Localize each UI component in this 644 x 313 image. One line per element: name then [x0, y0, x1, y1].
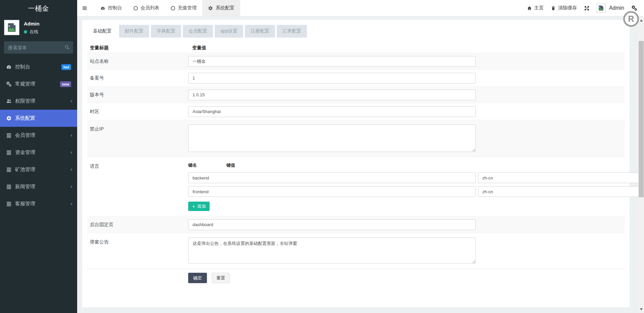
config-form: 变量标题 变量值 站点名称 备案号 版本号 时区 禁止IP — [87, 43, 625, 288]
user-menu[interactable]: Admin — [597, 4, 624, 13]
lang-value-input[interactable] — [478, 172, 638, 183]
kv-row — [188, 172, 638, 183]
navbar-username: Admin — [609, 5, 624, 11]
chevron-left-icon: ‹ — [70, 132, 72, 139]
timezone-input[interactable] — [188, 106, 476, 117]
version-input[interactable] — [188, 90, 476, 100]
sidebar-item-service[interactable]: 客服管理 ‹ — [0, 195, 77, 212]
sidebar-item-general[interactable]: 常规管理 new — [0, 75, 77, 93]
lang-key-input[interactable] — [188, 186, 476, 197]
trash-icon — [551, 6, 556, 11]
registered-logo: R — [623, 11, 639, 27]
sidebar: 一桶金 Admin 在线 控制台 hot 常规管理 new 权限 — [0, 0, 77, 313]
broken-image-icon — [6, 22, 17, 33]
plus-icon — [192, 205, 196, 208]
tab-mail-config[interactable]: 邮件配置 — [119, 25, 149, 38]
clear-cache-button[interactable]: 清除缓存 — [551, 5, 577, 11]
config-tabs: 基础配置 邮件配置 字典配置 会员配置 app设置 注册配置 汇率配置 — [87, 25, 625, 38]
avatar — [4, 20, 19, 35]
open-tabs: 控制台 会员列表 充值管理 系统配置 — [95, 0, 240, 16]
chevron-left-icon: ‹ — [70, 200, 72, 207]
gears-icon[interactable] — [631, 5, 637, 11]
tab-sysconfig[interactable]: 系统配置 — [202, 0, 240, 16]
list-icon — [6, 167, 12, 172]
sidebar-item-pool[interactable]: 矿池管理 ‹ — [0, 161, 77, 178]
popup-notice-textarea[interactable]: 这是弹出公告，在系统设置的基础配置里面，全站弹窗 — [188, 238, 476, 264]
list-icon — [6, 184, 12, 190]
sidebar-toggle-button[interactable] — [77, 0, 92, 16]
tab-dashboard[interactable]: 控制台 — [95, 0, 128, 16]
hamburger-icon — [82, 6, 88, 11]
circle-icon — [133, 6, 138, 10]
fullscreen-button[interactable] — [584, 5, 590, 11]
gear-icon — [6, 115, 12, 121]
column-title: 变量标题 — [87, 45, 188, 51]
tab-basic-config[interactable]: 基础配置 — [87, 25, 117, 38]
chevron-left-icon: ‹ — [70, 149, 72, 156]
tachometer-icon — [100, 6, 105, 11]
submit-button[interactable]: 确定 — [188, 273, 207, 283]
form-row-sitename: 站点名称 — [87, 53, 625, 70]
users-icon — [6, 98, 12, 104]
sidebar-user-panel: Admin 在线 — [0, 17, 77, 38]
search-icon[interactable] — [64, 45, 70, 50]
search-input[interactable] — [4, 41, 73, 54]
fixed-page-input[interactable] — [188, 219, 476, 230]
sitename-input[interactable] — [188, 56, 476, 67]
form-row-beian: 备案号 — [87, 70, 625, 87]
avatar — [597, 4, 606, 13]
column-value: 变量值 — [188, 45, 206, 51]
triangle-up-icon — [640, 19, 643, 21]
tab-dictionary-config[interactable]: 字典配置 — [151, 25, 181, 38]
scroll-up-button[interactable] — [638, 17, 644, 23]
user-status: 在线 — [24, 29, 40, 35]
user-name: Admin — [24, 21, 40, 27]
sidebar-item-sysconfig[interactable]: 系统配置 — [0, 110, 77, 127]
top-navbar: 控制台 会员列表 充值管理 系统配置 主页 清除缓存 — [77, 0, 644, 16]
circle-icon — [171, 6, 175, 10]
list-icon — [6, 133, 12, 138]
broken-image-icon — [598, 5, 604, 11]
kv-headers: 键名 键值 — [188, 162, 638, 168]
sidebar-item-news[interactable]: 新闻管理 ‹ — [0, 178, 77, 195]
tab-recharge[interactable]: 充值管理 — [165, 0, 202, 16]
form-row-forbidden-ip: 禁止IP — [87, 120, 625, 157]
tab-app-config[interactable]: app设置 — [215, 25, 243, 38]
config-card: 基础配置 邮件配置 字典配置 会员配置 app设置 注册配置 汇率配置 变量标题… — [82, 20, 630, 308]
key-header: 键名 — [188, 162, 226, 168]
lang-value-input[interactable] — [478, 186, 638, 197]
sidebar-item-member[interactable]: 会员管理 ‹ — [0, 127, 77, 144]
beian-input[interactable] — [188, 73, 476, 84]
form-row-language: 语言 键名 键值 — [87, 157, 625, 216]
reset-button[interactable]: 重置 — [212, 273, 230, 283]
sidebar-item-funds[interactable]: 资金管理 ‹ — [0, 144, 77, 161]
form-row-version: 版本号 — [87, 87, 625, 103]
vertical-scrollbar[interactable] — [638, 16, 644, 313]
tab-rate-config[interactable]: 汇率配置 — [277, 25, 307, 38]
sidebar-item-dashboard[interactable]: 控制台 hot — [0, 58, 77, 75]
scroll-down-button[interactable] — [638, 306, 644, 312]
forbidden-ip-textarea[interactable] — [188, 124, 476, 152]
append-button[interactable]: 追加 — [188, 202, 210, 211]
scrollbar-thumb[interactable] — [639, 41, 644, 197]
tab-member-list[interactable]: 会员列表 — [128, 0, 165, 16]
home-button[interactable]: 主页 — [527, 5, 544, 11]
value-header: 键值 — [226, 162, 235, 168]
main-content: 基础配置 邮件配置 字典配置 会员配置 app设置 注册配置 汇率配置 变量标题… — [77, 16, 638, 313]
lang-key-input[interactable] — [188, 172, 476, 183]
kv-row — [188, 186, 638, 197]
tab-register-config[interactable]: 注册配置 — [245, 25, 275, 38]
gears-icon — [6, 81, 12, 87]
home-icon — [527, 6, 532, 11]
form-row-timezone: 时区 — [87, 103, 625, 120]
chevron-left-icon: ‹ — [70, 98, 72, 104]
tab-member-config[interactable]: 会员配置 — [183, 25, 213, 38]
form-header: 变量标题 变量值 — [87, 43, 625, 53]
badge-new: new — [60, 81, 71, 87]
expand-icon — [584, 5, 590, 11]
list-icon — [6, 201, 12, 207]
gear-icon — [208, 6, 213, 11]
triangle-down-icon — [640, 308, 643, 310]
sidebar-item-auth[interactable]: 权限管理 ‹ — [0, 93, 77, 110]
app-logo[interactable]: 一桶金 — [0, 0, 77, 17]
